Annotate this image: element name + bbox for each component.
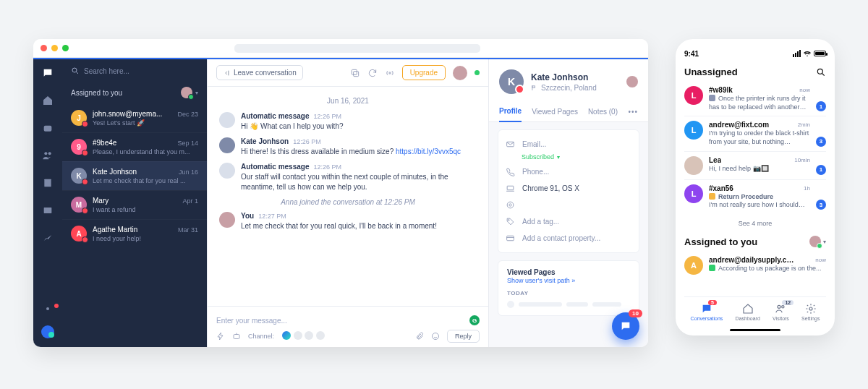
tag-row[interactable]: Add a tag... bbox=[506, 213, 631, 230]
search-input[interactable]: Search here... bbox=[62, 59, 207, 82]
assigned-agent-avatar[interactable] bbox=[626, 76, 638, 87]
conversation-name: Agathe Martin bbox=[93, 226, 137, 234]
emoji-icon[interactable] bbox=[431, 332, 440, 341]
mobile-conversation-item[interactable]: L #w89lknow Once the printer ink runs dr… bbox=[684, 82, 826, 116]
traffic-light-close[interactable] bbox=[41, 45, 47, 51]
mobile-conv-name: #w89lk bbox=[709, 86, 733, 94]
rail-home[interactable] bbox=[41, 94, 54, 107]
conversation-item[interactable]: M MaryApr 1 I want a refund bbox=[62, 190, 207, 219]
profile-panel: K Kate Jonhson Szczecin, Poland Profile … bbox=[489, 59, 648, 347]
traffic-light-min[interactable] bbox=[51, 45, 58, 51]
composer-toolbar: Channel: Reply bbox=[216, 330, 480, 343]
tab-viewed-pages[interactable]: Viewed Pages bbox=[532, 102, 578, 121]
tab-conversations[interactable]: 5 Conversations bbox=[691, 303, 723, 321]
conversation-date: Sep 14 bbox=[177, 140, 198, 147]
chat-fab[interactable]: 10 bbox=[612, 312, 639, 340]
mobile-avatar: L bbox=[684, 121, 703, 140]
tab-dashboard[interactable]: Dashboard bbox=[736, 303, 760, 321]
conversation-item[interactable]: A Agathe MartinMar 31 I need your help! bbox=[62, 219, 207, 248]
composer-input[interactable]: Enter your message... G bbox=[216, 311, 480, 330]
lightning-icon[interactable] bbox=[216, 332, 225, 341]
conversation-item[interactable]: J john.snow@myema...Dec 23 Yes! Let's st… bbox=[62, 104, 207, 132]
agent-avatar[interactable] bbox=[453, 66, 467, 80]
tab-more-icon[interactable]: ••• bbox=[628, 108, 638, 116]
rail-campaigns[interactable] bbox=[41, 204, 54, 217]
mobile-conv-preview: Return ProcedureI'm not really sure how … bbox=[709, 193, 810, 210]
rail-contacts[interactable] bbox=[41, 149, 54, 162]
message-time: 12:26 PM bbox=[293, 138, 321, 145]
message-text: Let me check that for you real quick, I'… bbox=[241, 221, 477, 231]
email-row[interactable]: Email... bbox=[506, 136, 631, 153]
conversation-item[interactable]: 9 #9be4eSep 14 Please, I understand that… bbox=[62, 132, 207, 161]
reply-button[interactable]: Reply bbox=[447, 330, 480, 343]
conversation-name: john.snow@myema... bbox=[93, 110, 162, 118]
mobile-conv-preview: Hi, I need help 📷🔲 bbox=[709, 165, 810, 174]
leave-conversation-button[interactable]: Leave conversation bbox=[216, 65, 303, 80]
refresh-icon[interactable] bbox=[367, 68, 378, 78]
rail-conversations[interactable] bbox=[41, 67, 54, 80]
rail-analytics[interactable] bbox=[41, 231, 54, 244]
phone-row[interactable]: Phone... bbox=[506, 163, 631, 180]
message-author: Automatic message bbox=[241, 163, 309, 171]
mobile-unread-badge: 3 bbox=[816, 200, 826, 210]
agent-avatar-small bbox=[181, 87, 192, 98]
target-row[interactable] bbox=[506, 197, 631, 213]
mobile-avatar: A bbox=[684, 256, 703, 275]
wifi-icon bbox=[803, 49, 812, 58]
assigned-list-mobile: A andrew@dailysupply.comnow According to… bbox=[684, 252, 826, 279]
bot-reply-icon[interactable] bbox=[232, 332, 241, 341]
message-avatar bbox=[219, 112, 235, 128]
rail-app-logo[interactable] bbox=[41, 325, 54, 338]
address-bar[interactable] bbox=[234, 44, 480, 53]
svg-point-19 bbox=[509, 220, 510, 221]
nav-rail bbox=[33, 59, 62, 347]
see-more-button[interactable]: See 4 more bbox=[684, 214, 826, 233]
chat-scroll[interactable]: Jun 16, 2021 Automatic message12:26 PM H… bbox=[208, 87, 488, 306]
mobile-conversation-item[interactable]: A andrew@dailysupply.comnow According to… bbox=[684, 252, 826, 279]
status-time: 9:41 bbox=[684, 50, 699, 58]
svg-point-11 bbox=[388, 72, 390, 73]
agent-avatar-mobile[interactable] bbox=[809, 236, 821, 247]
visit-path-link[interactable]: Show user's visit path » bbox=[507, 277, 575, 284]
conversation-item[interactable]: K Kate JonhsonJun 16 Let me check that f… bbox=[62, 161, 207, 190]
broadcast-icon[interactable] bbox=[385, 68, 395, 78]
conversation-preview: I want a refund bbox=[93, 206, 198, 213]
rail-bot[interactable] bbox=[41, 121, 54, 134]
message-avatar bbox=[219, 212, 235, 228]
message-link[interactable]: https://bit.ly/3vvx5qc bbox=[396, 148, 461, 155]
message-text: Hi there! Is this dress available in med… bbox=[241, 147, 477, 157]
message-author: You bbox=[241, 212, 254, 220]
message-author: Kate Jonhson bbox=[241, 137, 289, 145]
traffic-light-max[interactable] bbox=[62, 45, 69, 51]
title-bar bbox=[33, 39, 648, 58]
search-icon[interactable] bbox=[816, 67, 826, 77]
tab-notes[interactable]: Notes (0) bbox=[588, 102, 618, 121]
conversation-list: Search here... Assigned to you ▾ J john.… bbox=[62, 59, 207, 347]
mobile-conv-name: Lea bbox=[709, 156, 721, 164]
svg-point-17 bbox=[507, 202, 514, 208]
conversation-preview: Yes! Let's start 🚀 bbox=[93, 119, 198, 127]
grammarly-icon[interactable]: G bbox=[469, 315, 480, 325]
svg-point-18 bbox=[509, 204, 511, 206]
rail-settings[interactable] bbox=[41, 302, 54, 315]
unassigned-list: L #w89lknow Once the printer ink runs dr… bbox=[684, 82, 826, 214]
mobile-conversation-item[interactable]: Lea10min Hi, I need help 📷🔲 1 bbox=[684, 152, 826, 180]
svg-point-3 bbox=[44, 152, 47, 155]
channel-icons[interactable] bbox=[281, 331, 325, 341]
property-row[interactable]: Add a contact property... bbox=[506, 230, 631, 247]
contact-avatar: K bbox=[499, 69, 524, 94]
upgrade-button[interactable]: Upgrade bbox=[402, 65, 446, 80]
mobile-conversation-item[interactable]: L #xan561h Return ProcedureI'm not reall… bbox=[684, 180, 826, 214]
attach-icon[interactable] bbox=[415, 332, 424, 341]
unassigned-header: Unassigned bbox=[684, 67, 826, 77]
tab-profile[interactable]: Profile bbox=[499, 101, 522, 122]
conversation-preview: Please, I understand that you m... bbox=[93, 148, 198, 155]
tab-visitors[interactable]: 12 Visitors bbox=[773, 303, 789, 321]
copy-icon[interactable] bbox=[350, 68, 360, 78]
svg-point-8 bbox=[72, 68, 77, 72]
mobile-conversation-item[interactable]: L andrew@fixt.com2min I'm trying to ored… bbox=[684, 116, 826, 151]
subscribed-pill[interactable]: Subscribed bbox=[522, 153, 560, 161]
assigned-header[interactable]: Assigned to you ▾ bbox=[62, 82, 207, 104]
rail-knowledge[interactable] bbox=[41, 176, 54, 189]
tab-settings[interactable]: Settings bbox=[801, 303, 820, 321]
